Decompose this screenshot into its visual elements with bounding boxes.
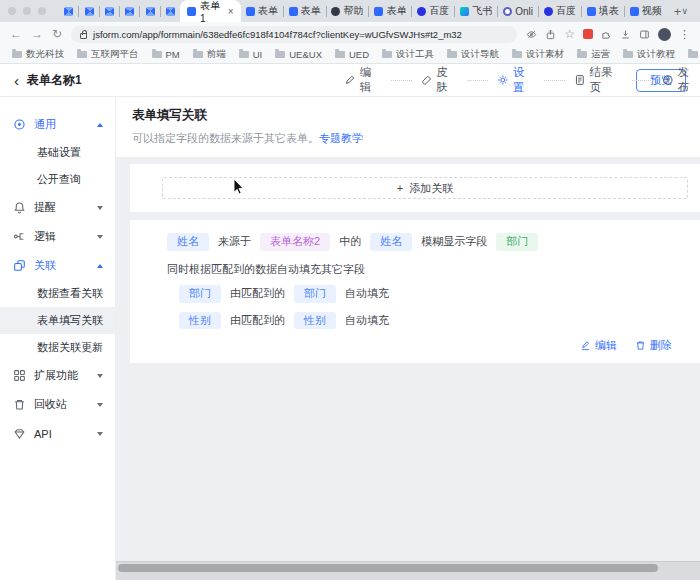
tab-favicon-icon	[246, 7, 255, 16]
tab[interactable]: 填表	[582, 0, 624, 22]
delete-relation-button[interactable]: 删除	[635, 338, 672, 353]
sidebar-item-recycle-bin[interactable]: 回收站	[0, 390, 115, 419]
tab-label: 表单	[258, 4, 278, 18]
sidebar-item-relation[interactable]: 关联	[0, 251, 115, 280]
tab[interactable]: 飞书	[455, 0, 497, 22]
new-tab-button[interactable]: +	[674, 4, 682, 19]
window-minimize-icon[interactable]	[23, 7, 31, 15]
browser-menu-icon[interactable]: ⋮	[679, 28, 690, 41]
back-icon[interactable]: ←	[10, 28, 22, 40]
field-pill: 姓名	[167, 233, 209, 251]
sidebar-item-general[interactable]: 通用	[0, 110, 115, 139]
nav-edit[interactable]: 编辑	[344, 65, 382, 95]
extension-red-icon[interactable]	[583, 29, 593, 39]
nav-settings[interactable]: 设置	[497, 65, 535, 95]
edit-label: 编辑	[595, 338, 617, 353]
sidebar-item-data-view-relation[interactable]: 数据查看关联	[0, 280, 115, 307]
tab[interactable]: 表单	[284, 0, 326, 22]
active-tab-label: 表单1	[200, 0, 222, 24]
bookmark-item[interactable]: UED	[335, 49, 369, 60]
sidebar-item-data-relation-update[interactable]: 数据关联更新	[0, 334, 115, 361]
bookmark-item[interactable]: 平面设计	[688, 48, 700, 61]
sidebar-item-form-fill-relation[interactable]: 表单填写关联	[0, 307, 115, 334]
bookmark-item[interactable]: 设计素材	[512, 48, 564, 61]
bookmark-star-icon[interactable]: ☆	[564, 28, 575, 40]
add-relation-label: 添加关联	[409, 181, 453, 196]
download-icon[interactable]	[620, 29, 631, 40]
sidebar-item-api[interactable]: API	[0, 419, 115, 448]
trash-icon	[13, 398, 26, 411]
nav-results[interactable]: 结果页	[574, 65, 623, 95]
tab[interactable]: Onli	[498, 0, 538, 22]
tab[interactable]: 百度	[539, 0, 581, 22]
window-zoom-icon[interactable]	[38, 7, 46, 15]
sidebar-label: 关联	[34, 258, 97, 273]
bookmark-item[interactable]: 设计教程	[623, 48, 675, 61]
tab-close-icon[interactable]: ×	[228, 6, 234, 17]
sidebar-item-basic-settings[interactable]: 基础设置	[0, 139, 115, 166]
pinned-tab[interactable]	[140, 0, 159, 22]
pinned-tab[interactable]	[100, 0, 119, 22]
edit-relation-button[interactable]: 编辑	[580, 338, 617, 353]
bookmark-item[interactable]: UE&UX	[275, 49, 322, 60]
page-description: 可以指定字段的数据来源于其它表单。专题教学	[132, 131, 684, 146]
bookmark-item[interactable]: 前端	[193, 48, 226, 61]
pinned-tab[interactable]	[59, 0, 78, 22]
sidebar-label: 公开查询	[37, 172, 81, 187]
relation-text: 中的	[339, 234, 361, 249]
tab[interactable]: 视频	[625, 0, 667, 22]
top-nav: 编辑 皮肤 设置 结果页 发布	[344, 65, 700, 95]
forward-icon[interactable]: →	[31, 28, 43, 40]
bookmark-item[interactable]: PM	[152, 49, 180, 60]
tab[interactable]: 表单	[369, 0, 411, 22]
eye-off-icon[interactable]	[526, 29, 537, 40]
tab[interactable]: 表单	[241, 0, 283, 22]
nav-skin[interactable]: 皮肤	[421, 65, 459, 95]
sidebar-label: 提醒	[34, 200, 97, 215]
puzzle-extensions-icon[interactable]	[601, 29, 612, 40]
relation-card: 姓名 来源于 表单名称2 中的 姓名 模糊显示字段 部门 同时根据匹配到的数据自…	[130, 220, 700, 363]
share-icon[interactable]	[545, 29, 556, 40]
app-body: 通用 基础设置 公开查询 提醒 逻辑 关联 数据查看关联 表单填写关联	[0, 97, 700, 580]
active-tab[interactable]: 表单1 ×	[180, 0, 241, 22]
bookmark-item[interactable]: 运营	[577, 48, 610, 61]
bookmark-item[interactable]: 设计工具	[382, 48, 434, 61]
sidebar-item-logic[interactable]: 逻辑	[0, 222, 115, 251]
add-relation-card: + 添加关联	[130, 164, 700, 212]
bookmark-item[interactable]: 互联网平台	[77, 48, 139, 61]
sidebar-label: 回收站	[34, 397, 97, 412]
nav-label: 结果页	[590, 65, 624, 95]
bookmark-label: 运营	[591, 48, 610, 61]
side-panel-icon[interactable]	[639, 29, 650, 40]
horizontal-scrollbar[interactable]	[116, 561, 700, 580]
pinned-tab[interactable]	[161, 0, 180, 22]
bookmark-item[interactable]: 设计导航	[447, 48, 499, 61]
bookmark-label: 前端	[207, 48, 226, 61]
pinned-tab[interactable]	[120, 0, 139, 22]
address-bar[interactable]: jsform.com/app/formmain/638edfe6fc918f41…	[71, 26, 517, 43]
app-favicon-icon	[166, 7, 175, 16]
bookmark-item[interactable]: 数光科技	[12, 48, 64, 61]
bookmarks-bar: 数光科技 互联网平台 PM 前端 UI UE&UX UED 设计工具 设计导航 …	[0, 46, 700, 64]
nav-publish[interactable]: 发布	[662, 65, 700, 95]
window-close-icon[interactable]	[8, 7, 16, 15]
tab[interactable]: 帮助	[326, 0, 368, 22]
sidebar-item-extensions[interactable]: 扩展功能	[0, 361, 115, 390]
add-relation-button[interactable]: + 添加关联	[162, 177, 688, 199]
reload-icon[interactable]: ↻	[52, 28, 62, 40]
profile-avatar[interactable]	[658, 28, 671, 41]
scrollbar-thumb[interactable]	[118, 564, 658, 572]
window-controls[interactable]	[8, 7, 46, 15]
sidebar-item-reminder[interactable]: 提醒	[0, 193, 115, 222]
sidebar-item-public-query[interactable]: 公开查询	[0, 166, 115, 193]
back-chevron-icon[interactable]: ‹	[14, 72, 19, 89]
pinned-tab[interactable]	[79, 0, 98, 22]
tab[interactable]: 百度	[412, 0, 454, 22]
lock-icon	[80, 33, 87, 39]
tab-favicon-icon	[187, 7, 196, 16]
folder-icon	[77, 51, 87, 58]
tab-overflow-icon[interactable]: ∨	[681, 6, 688, 16]
tab-favicon-icon	[331, 7, 340, 16]
bookmark-item[interactable]: UI	[239, 49, 263, 60]
tutorial-link[interactable]: 专题教学	[319, 132, 363, 144]
